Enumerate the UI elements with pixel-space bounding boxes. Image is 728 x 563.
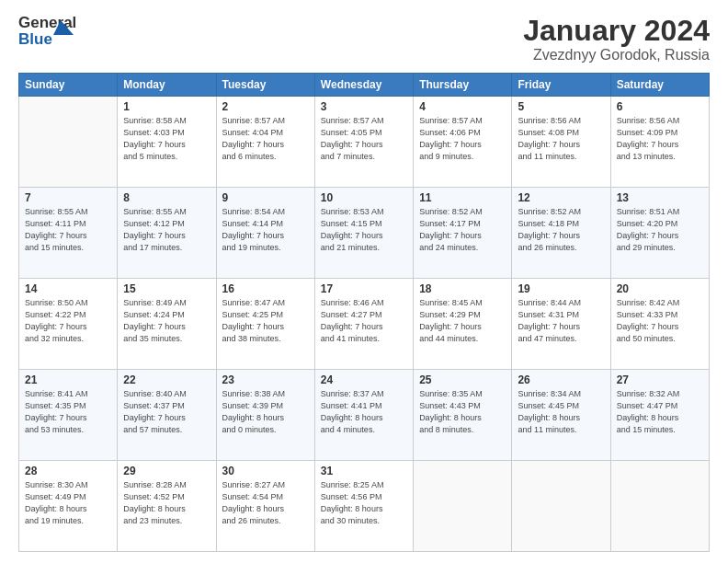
calendar-cell: 9Sunrise: 8:54 AMSunset: 4:14 PMDaylight… (216, 188, 314, 279)
day-number: 29 (123, 465, 210, 477)
day-number: 16 (222, 282, 309, 295)
day-number: 9 (222, 191, 309, 204)
calendar-cell: 16Sunrise: 8:47 AMSunset: 4:25 PMDayligh… (216, 279, 314, 370)
day-header-thursday: Thursday (414, 74, 512, 97)
day-number: 24 (321, 373, 407, 386)
day-number: 31 (321, 465, 407, 477)
day-number: 5 (518, 100, 604, 113)
day-info: Sunrise: 8:55 AMSunset: 4:12 PMDaylight:… (123, 206, 210, 254)
day-info: Sunrise: 8:54 AMSunset: 4:14 PMDaylight:… (222, 206, 309, 254)
day-number: 8 (123, 191, 210, 204)
day-info: Sunrise: 8:57 AMSunset: 4:04 PMDaylight:… (222, 115, 309, 163)
calendar-cell: 19Sunrise: 8:44 AMSunset: 4:31 PMDayligh… (512, 279, 610, 370)
day-number: 13 (617, 191, 703, 204)
day-number: 21 (25, 373, 111, 386)
day-info: Sunrise: 8:52 AMSunset: 4:18 PMDaylight:… (518, 206, 604, 254)
day-info: Sunrise: 8:40 AMSunset: 4:37 PMDaylight:… (123, 388, 210, 436)
day-info: Sunrise: 8:25 AMSunset: 4:56 PMDaylight:… (321, 479, 407, 527)
day-info: Sunrise: 8:57 AMSunset: 4:06 PMDaylight:… (419, 115, 506, 163)
day-number: 19 (518, 282, 604, 295)
calendar-cell: 17Sunrise: 8:46 AMSunset: 4:27 PMDayligh… (314, 279, 413, 370)
day-info: Sunrise: 8:34 AMSunset: 4:45 PMDaylight:… (518, 388, 604, 436)
day-info: Sunrise: 8:51 AMSunset: 4:20 PMDaylight:… (617, 206, 703, 254)
calendar-table: SundayMondayTuesdayWednesdayThursdayFrid… (18, 73, 710, 552)
day-header-friday: Friday (512, 74, 610, 97)
day-header-monday: Monday (118, 74, 216, 97)
day-number: 23 (222, 373, 309, 386)
day-number: 3 (321, 100, 407, 113)
calendar-cell: 6Sunrise: 8:56 AMSunset: 4:09 PMDaylight… (610, 97, 709, 188)
calendar-cell: 10Sunrise: 8:53 AMSunset: 4:15 PMDayligh… (314, 188, 413, 279)
day-header-sunday: Sunday (19, 74, 118, 97)
calendar-cell: 12Sunrise: 8:52 AMSunset: 4:18 PMDayligh… (512, 188, 610, 279)
calendar-cell: 28Sunrise: 8:30 AMSunset: 4:49 PMDayligh… (19, 461, 118, 552)
day-number: 20 (617, 282, 703, 295)
day-number: 30 (222, 465, 309, 477)
calendar-cell: 20Sunrise: 8:42 AMSunset: 4:33 PMDayligh… (610, 279, 709, 370)
calendar-cell: 2Sunrise: 8:57 AMSunset: 4:04 PMDaylight… (216, 97, 314, 188)
day-info: Sunrise: 8:30 AMSunset: 4:49 PMDaylight:… (25, 479, 111, 527)
day-number: 10 (321, 191, 407, 204)
page-header: General Blue January 2024 Zvezdnyy Gorod… (18, 15, 710, 63)
calendar-cell: 30Sunrise: 8:27 AMSunset: 4:54 PMDayligh… (216, 461, 314, 552)
location-title: Zvezdnyy Gorodok, Russia (523, 47, 710, 63)
calendar-cell: 24Sunrise: 8:37 AMSunset: 4:41 PMDayligh… (314, 370, 413, 461)
day-info: Sunrise: 8:37 AMSunset: 4:41 PMDaylight:… (321, 388, 407, 436)
calendar-cell: 31Sunrise: 8:25 AMSunset: 4:56 PMDayligh… (314, 461, 413, 552)
calendar-cell: 3Sunrise: 8:57 AMSunset: 4:05 PMDaylight… (314, 97, 413, 188)
day-number: 22 (123, 373, 210, 386)
title-block: January 2024 Zvezdnyy Gorodok, Russia (523, 15, 710, 63)
day-info: Sunrise: 8:35 AMSunset: 4:43 PMDaylight:… (419, 388, 506, 436)
day-number: 26 (518, 373, 604, 386)
day-info: Sunrise: 8:50 AMSunset: 4:22 PMDaylight:… (25, 297, 111, 345)
day-info: Sunrise: 8:32 AMSunset: 4:47 PMDaylight:… (617, 388, 703, 436)
calendar-cell: 18Sunrise: 8:45 AMSunset: 4:29 PMDayligh… (414, 279, 512, 370)
day-number: 2 (222, 100, 309, 113)
day-info: Sunrise: 8:55 AMSunset: 4:11 PMDaylight:… (25, 206, 111, 254)
calendar-cell: 29Sunrise: 8:28 AMSunset: 4:52 PMDayligh… (118, 461, 216, 552)
logo: General Blue (18, 15, 57, 48)
calendar-cell (414, 461, 512, 552)
day-info: Sunrise: 8:49 AMSunset: 4:24 PMDaylight:… (123, 297, 210, 345)
day-info: Sunrise: 8:42 AMSunset: 4:33 PMDaylight:… (617, 297, 703, 345)
day-number: 6 (617, 100, 703, 113)
day-info: Sunrise: 8:58 AMSunset: 4:03 PMDaylight:… (123, 115, 210, 163)
day-info: Sunrise: 8:53 AMSunset: 4:15 PMDaylight:… (321, 206, 407, 254)
calendar-cell: 22Sunrise: 8:40 AMSunset: 4:37 PMDayligh… (118, 370, 216, 461)
day-info: Sunrise: 8:41 AMSunset: 4:35 PMDaylight:… (25, 388, 111, 436)
calendar-cell (19, 97, 118, 188)
day-number: 28 (25, 465, 111, 477)
day-number: 27 (617, 373, 703, 386)
calendar-cell: 25Sunrise: 8:35 AMSunset: 4:43 PMDayligh… (414, 370, 512, 461)
calendar-cell (610, 461, 709, 552)
day-number: 7 (25, 191, 111, 204)
calendar-cell: 1Sunrise: 8:58 AMSunset: 4:03 PMDaylight… (118, 97, 216, 188)
day-number: 11 (419, 191, 506, 204)
calendar-cell: 7Sunrise: 8:55 AMSunset: 4:11 PMDaylight… (19, 188, 118, 279)
day-header-tuesday: Tuesday (216, 74, 314, 97)
day-header-saturday: Saturday (610, 74, 709, 97)
calendar-cell: 8Sunrise: 8:55 AMSunset: 4:12 PMDaylight… (118, 188, 216, 279)
day-number: 25 (419, 373, 506, 386)
day-number: 1 (123, 100, 210, 113)
svg-marker-0 (53, 20, 74, 35)
day-info: Sunrise: 8:46 AMSunset: 4:27 PMDaylight:… (321, 297, 407, 345)
day-info: Sunrise: 8:27 AMSunset: 4:54 PMDaylight:… (222, 479, 309, 527)
calendar-cell: 14Sunrise: 8:50 AMSunset: 4:22 PMDayligh… (19, 279, 118, 370)
calendar-cell: 23Sunrise: 8:38 AMSunset: 4:39 PMDayligh… (216, 370, 314, 461)
day-number: 17 (321, 282, 407, 295)
day-info: Sunrise: 8:57 AMSunset: 4:05 PMDaylight:… (321, 115, 407, 163)
day-info: Sunrise: 8:45 AMSunset: 4:29 PMDaylight:… (419, 297, 506, 345)
calendar-cell: 5Sunrise: 8:56 AMSunset: 4:08 PMDaylight… (512, 97, 610, 188)
calendar-cell: 15Sunrise: 8:49 AMSunset: 4:24 PMDayligh… (118, 279, 216, 370)
month-title: January 2024 (523, 15, 710, 47)
day-info: Sunrise: 8:38 AMSunset: 4:39 PMDaylight:… (222, 388, 309, 436)
day-info: Sunrise: 8:44 AMSunset: 4:31 PMDaylight:… (518, 297, 604, 345)
calendar-cell: 26Sunrise: 8:34 AMSunset: 4:45 PMDayligh… (512, 370, 610, 461)
calendar-cell: 21Sunrise: 8:41 AMSunset: 4:35 PMDayligh… (19, 370, 118, 461)
day-info: Sunrise: 8:28 AMSunset: 4:52 PMDaylight:… (123, 479, 210, 527)
calendar-cell: 11Sunrise: 8:52 AMSunset: 4:17 PMDayligh… (414, 188, 512, 279)
day-info: Sunrise: 8:47 AMSunset: 4:25 PMDaylight:… (222, 297, 309, 345)
day-info: Sunrise: 8:52 AMSunset: 4:17 PMDaylight:… (419, 206, 506, 254)
day-number: 18 (419, 282, 506, 295)
